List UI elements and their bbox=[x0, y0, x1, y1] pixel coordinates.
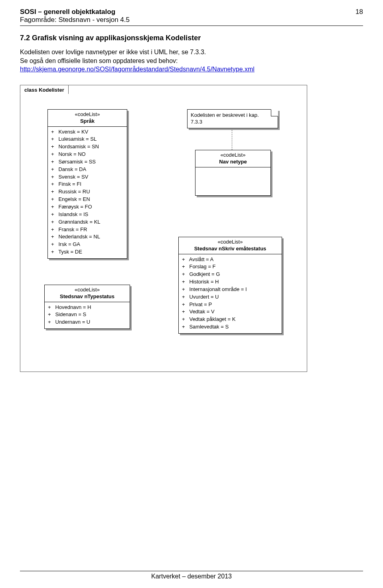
uml-class-skrivemate: «codeList» Stedsnav nSkriv emåtestatus A… bbox=[178, 237, 282, 334]
uml-attr: Finsk = FI bbox=[51, 181, 124, 188]
uml-class-typestatus: «codeList» Stedsnav nTypestatus Hovednav… bbox=[44, 285, 130, 329]
sprak-name: Språk bbox=[50, 118, 124, 125]
diagram-tab: class Kodelister bbox=[20, 85, 69, 94]
skrivemate-attrs: Avslått = AForslag = FGodkjent = GHistor… bbox=[179, 254, 282, 333]
body-line-2: Se også den offisielle listen som oppdat… bbox=[20, 57, 363, 65]
uml-attr: Russisk = RU bbox=[51, 188, 124, 196]
skrivemate-name: Stedsnav nSkriv emåtestatus bbox=[181, 246, 279, 252]
uml-note: Kodelisten er beskrevet i kap. 7.3.3 bbox=[187, 109, 278, 128]
uml-attr: Irsk = GA bbox=[51, 241, 124, 248]
page-number: 18 bbox=[355, 8, 363, 16]
uml-attr: Forslag = F bbox=[182, 263, 278, 271]
uml-attr: Sidenavn = S bbox=[48, 311, 126, 319]
header-divider bbox=[20, 26, 363, 26]
uml-attr: Fransk = FR bbox=[51, 226, 124, 234]
uml-attr: Internasjonalt område = I bbox=[182, 286, 278, 293]
uml-attr: Grønnlandsk = KL bbox=[51, 218, 124, 226]
uml-class-sprak: «codeList» Språk Kvensk = KVLulesamisk =… bbox=[47, 109, 127, 259]
uml-attr: Nederlandsk = NL bbox=[51, 233, 124, 241]
uml-diagram: class Kodelister Kodelisten er beskrevet… bbox=[20, 85, 307, 372]
uml-attr: Historisk = H bbox=[182, 278, 278, 286]
navnetype-name: Nav netype bbox=[198, 159, 268, 165]
footer-text: Kartverket – desember 2013 bbox=[151, 573, 232, 580]
typestatus-stereo: «codeList» bbox=[47, 287, 127, 293]
navnetype-link[interactable]: http://skjema.geonorge.no/SOSI/fagområde… bbox=[20, 66, 255, 73]
uml-attr: Tysk = DE bbox=[51, 248, 124, 256]
doc-subtitle: Fagområde: Stedsnavn - versjon 4.5 bbox=[20, 16, 130, 24]
uml-attr: Hovednavn = H bbox=[48, 304, 126, 311]
section-heading: 7.2 Grafisk visning av applikasjonsskjem… bbox=[20, 34, 363, 42]
uml-attr: Avslått = A bbox=[182, 256, 278, 264]
typestatus-attrs: Hovednavn = HSidenavn = SUndernavn = U bbox=[45, 302, 130, 329]
uml-attr: Færøysk = FO bbox=[51, 203, 124, 211]
uml-attr: Vedtak påklaget = K bbox=[182, 316, 278, 323]
uml-attr: Svensk = SV bbox=[51, 173, 124, 181]
uml-attr: Uvurdert = U bbox=[182, 293, 278, 301]
uml-attr: Sørsamisk = SS bbox=[51, 158, 124, 166]
note-line-1: Kodelisten er beskrevet i kap. bbox=[191, 112, 259, 118]
uml-attr: Kvensk = KV bbox=[51, 128, 124, 136]
note-anchor-line bbox=[232, 130, 232, 150]
uml-attr: Samlevedtak = S bbox=[182, 323, 278, 331]
footer-divider bbox=[20, 571, 363, 571]
uml-class-navnetype: «codeList» Nav netype bbox=[195, 150, 271, 196]
note-fold-icon bbox=[271, 109, 278, 116]
body-line-1: Kodelisten over lovlige navnetyper er ik… bbox=[20, 48, 363, 57]
navnetype-stereo: «codeList» bbox=[198, 152, 268, 159]
doc-title: SOSI – generell objektkatalog bbox=[20, 8, 130, 16]
uml-attr: Godkjent = G bbox=[182, 271, 278, 278]
uml-attr: Undernavn = U bbox=[48, 319, 126, 326]
uml-attr: Islandsk = IS bbox=[51, 211, 124, 218]
sprak-attrs: Kvensk = KVLulesamisk = SLNordsamisk = S… bbox=[48, 127, 127, 258]
uml-attr: Norsk = NO bbox=[51, 151, 124, 158]
note-line-2: 7.3.3 bbox=[191, 119, 202, 125]
skrivemate-stereo: «codeList» bbox=[181, 239, 279, 246]
sprak-stereo: «codeList» bbox=[50, 111, 124, 118]
uml-attr: Lulesamisk = SL bbox=[51, 136, 124, 143]
uml-attr: Nordsamisk = SN bbox=[51, 143, 124, 151]
uml-attr: Vedtak = V bbox=[182, 308, 278, 316]
uml-attr: Privat = P bbox=[182, 301, 278, 309]
uml-attr: Dansk = DA bbox=[51, 166, 124, 173]
uml-attr: Engelsk = EN bbox=[51, 196, 124, 203]
typestatus-name: Stedsnav nTypestatus bbox=[47, 293, 127, 300]
